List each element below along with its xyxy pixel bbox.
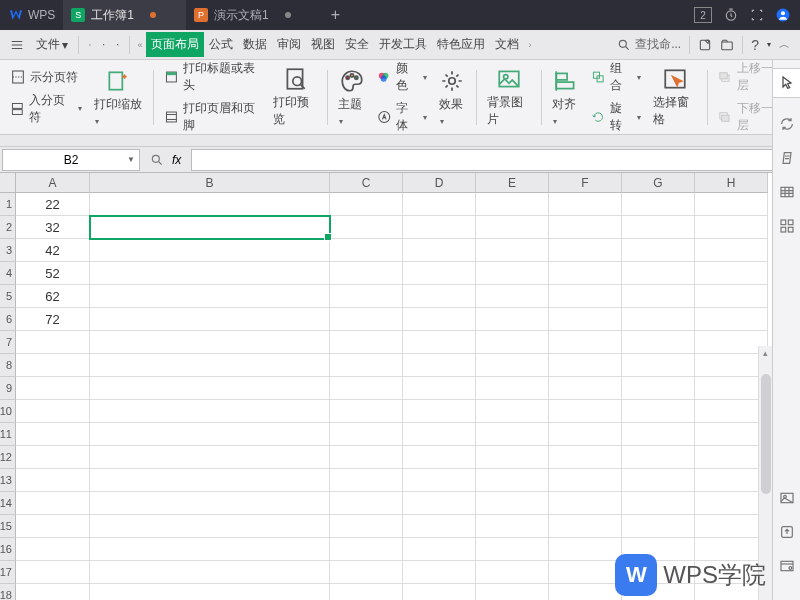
cell[interactable] [549,239,622,262]
fx-label[interactable]: fx [172,153,181,167]
column-header[interactable]: B [90,173,330,193]
cell[interactable] [330,492,403,515]
cell[interactable] [476,492,549,515]
cell[interactable] [16,377,90,400]
tab-view[interactable]: 视图 [306,32,340,57]
print-header-footer-button[interactable]: 打印页眉和页脚 [164,100,261,134]
cell[interactable] [403,262,476,285]
row-header[interactable]: 15 [0,515,16,538]
preview-icon[interactable] [111,38,125,52]
print-icon[interactable] [97,38,111,52]
cell[interactable] [403,423,476,446]
rotate-button[interactable]: 旋转▾ [591,100,640,134]
cell[interactable] [90,354,330,377]
cell[interactable] [90,308,330,331]
effect-button[interactable]: 效果▾ [435,68,470,127]
cell[interactable] [16,446,90,469]
cell[interactable] [90,492,330,515]
cell[interactable] [330,515,403,538]
file-menu[interactable]: 文件▾ [30,32,74,57]
cell[interactable] [476,239,549,262]
tab-security[interactable]: 安全 [340,32,374,57]
cell[interactable] [476,216,549,239]
cell[interactable] [622,400,695,423]
column-header[interactable]: E [476,173,549,193]
column-header[interactable]: D [403,173,476,193]
cell[interactable] [622,469,695,492]
spreadsheet-grid[interactable]: ABCDEFGH12223234245256267278910111213141… [0,173,800,600]
cell[interactable] [622,308,695,331]
cell[interactable] [90,400,330,423]
cell[interactable] [622,285,695,308]
cell[interactable] [16,515,90,538]
row-header[interactable]: 1 [0,193,16,216]
collapse-left-icon[interactable]: « [134,40,146,50]
color-button[interactable]: 颜色▾ [377,60,426,94]
cell[interactable] [16,538,90,561]
cell[interactable] [330,285,403,308]
cell[interactable] [403,239,476,262]
column-header[interactable]: H [695,173,768,193]
cell[interactable] [90,285,330,308]
cell[interactable] [403,515,476,538]
image-icon[interactable] [779,490,795,506]
cell[interactable] [549,285,622,308]
cell[interactable] [549,446,622,469]
row-header[interactable]: 2 [0,216,16,239]
refresh-icon[interactable] [779,116,795,132]
group-button[interactable]: 组合▾ [591,60,640,94]
window-count-badge[interactable]: 2 [694,7,712,23]
cell[interactable] [330,561,403,584]
expand-fx-icon[interactable] [150,153,164,167]
cell[interactable] [549,423,622,446]
cell[interactable] [90,216,330,239]
styles-icon[interactable] [779,150,795,166]
cell[interactable] [16,331,90,354]
user-avatar-icon[interactable] [776,8,790,22]
cell[interactable] [549,469,622,492]
cell[interactable] [90,515,330,538]
cell[interactable]: 32 [16,216,90,239]
column-header[interactable]: A [16,173,90,193]
help-icon[interactable]: ? [751,37,759,53]
cell[interactable] [16,354,90,377]
scan-icon[interactable] [750,8,764,22]
cell[interactable] [403,538,476,561]
cell[interactable] [622,515,695,538]
cell[interactable] [695,285,768,308]
cell[interactable] [476,561,549,584]
cell[interactable] [476,262,549,285]
document-tab-presentation[interactable]: P 演示文稿1 [186,0,321,30]
cell[interactable] [549,538,622,561]
cell[interactable] [549,354,622,377]
scroll-up-icon[interactable]: ▴ [759,346,772,360]
cell[interactable] [90,331,330,354]
cell[interactable] [622,423,695,446]
cell[interactable] [549,193,622,216]
cell[interactable] [476,515,549,538]
cell[interactable] [90,561,330,584]
cell[interactable] [403,584,476,600]
row-header[interactable]: 7 [0,331,16,354]
row-header[interactable]: 18 [0,584,16,600]
cell[interactable] [403,561,476,584]
cell[interactable] [695,216,768,239]
cell[interactable] [90,446,330,469]
cell[interactable] [330,446,403,469]
show-page-break[interactable]: 示分页符 [10,69,78,86]
timer-icon[interactable] [724,8,738,22]
tab-page-layout[interactable]: 页面布局 [146,32,204,57]
cell[interactable] [622,216,695,239]
chevron-down-icon[interactable]: ▼ [127,155,135,164]
cell[interactable] [403,216,476,239]
cell[interactable] [622,193,695,216]
cell[interactable] [549,216,622,239]
cell[interactable] [622,377,695,400]
tab-devtools[interactable]: 开发工具 [374,32,432,57]
cell[interactable] [403,354,476,377]
row-header[interactable]: 6 [0,308,16,331]
row-header[interactable]: 4 [0,262,16,285]
cell[interactable] [403,285,476,308]
cell[interactable] [549,400,622,423]
column-header[interactable]: G [622,173,695,193]
